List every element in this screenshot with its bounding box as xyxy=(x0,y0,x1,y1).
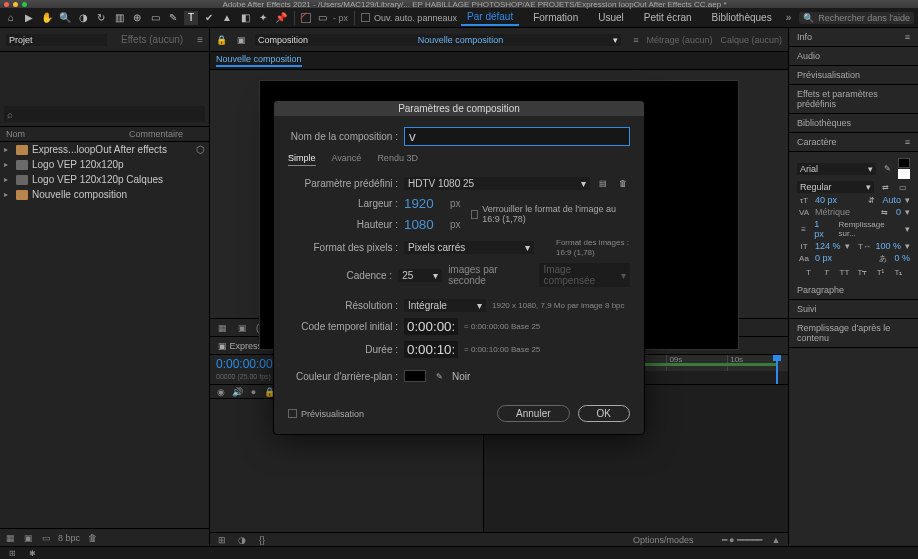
status-icon[interactable]: ✱ xyxy=(26,547,38,559)
type-tool-icon[interactable]: T xyxy=(184,11,198,25)
tab-caractere[interactable]: Caractère xyxy=(797,137,837,147)
tab-rendu3d[interactable]: Rendu 3D xyxy=(377,153,418,166)
close-window-icon[interactable] xyxy=(4,2,9,7)
tab-info[interactable]: Info xyxy=(797,32,812,42)
eraser-tool-icon[interactable]: ◧ xyxy=(238,11,252,25)
tab-paragraph[interactable]: Paragraphe xyxy=(789,281,918,300)
drop-frame-dropdown[interactable]: Image compensée▾ xyxy=(539,263,630,287)
tab-calque[interactable]: Calque (aucun) xyxy=(720,35,782,45)
kerning-value[interactable]: Métrique xyxy=(815,207,850,217)
hand-tool-icon[interactable]: ✋ xyxy=(40,11,54,25)
fill-over-stroke[interactable]: Remplissage sur... xyxy=(838,220,901,238)
baseline[interactable]: 0 px xyxy=(815,253,832,263)
help-search[interactable]: 🔍 Rechercher dans l'aide xyxy=(799,12,914,24)
allcaps-icon[interactable]: TT xyxy=(838,267,852,277)
preview-checkbox[interactable]: Prévisualisation xyxy=(288,409,364,419)
tab-avance[interactable]: Avancé xyxy=(332,153,362,166)
fps-input[interactable]: 25▾ xyxy=(398,269,442,282)
stamp-tool-icon[interactable]: ▲ xyxy=(220,11,234,25)
delete-preset-icon[interactable]: 🗑 xyxy=(616,179,630,189)
rotation-tool-icon[interactable]: ↻ xyxy=(94,11,108,25)
toggle-switches-icon[interactable]: ⊞ xyxy=(216,534,228,546)
superscript-icon[interactable]: T¹ xyxy=(874,267,888,277)
font-family-dropdown[interactable]: Arial▾ xyxy=(797,163,876,175)
zoom-out-icon[interactable]: ▲ xyxy=(770,534,782,546)
effects-icon[interactable]: ◑ xyxy=(236,534,248,546)
tracking-value[interactable]: 0 xyxy=(896,207,901,217)
workspace-biblio[interactable]: Bibliothèques xyxy=(706,10,778,25)
project-item[interactable]: ▸Nouvelle composition xyxy=(0,187,209,202)
selection-tool-icon[interactable]: ▶ xyxy=(22,11,36,25)
smallcaps-icon[interactable]: Tᴛ xyxy=(856,267,870,277)
workspace-formation[interactable]: Formation xyxy=(527,10,584,25)
bpc-toggle[interactable]: 8 bpc xyxy=(58,533,80,543)
width-input[interactable] xyxy=(404,196,444,211)
zoom-tool-icon[interactable]: 🔍 xyxy=(58,11,72,25)
comp-name-input[interactable] xyxy=(404,127,630,146)
col-name[interactable]: Nom xyxy=(6,129,129,139)
eyedropper-icon[interactable]: ✎ xyxy=(880,164,894,174)
project-search[interactable]: ⌕ xyxy=(4,106,205,122)
panel-menu-icon[interactable]: ≡ xyxy=(905,137,910,147)
tab-projet[interactable]: Projet xyxy=(6,34,107,46)
audio-icon[interactable]: 🔊 xyxy=(232,386,243,398)
minimize-window-icon[interactable] xyxy=(13,2,18,7)
workspace-default[interactable]: Par défaut xyxy=(461,9,519,26)
roto-tool-icon[interactable]: ✦ xyxy=(256,11,270,25)
puppet-tool-icon[interactable]: 📌 xyxy=(274,11,288,25)
anchor-tool-icon[interactable]: ⊕ xyxy=(130,11,144,25)
layer-icon[interactable]: ▣ xyxy=(235,34,247,46)
tab-effets[interactable]: Effets (aucun) xyxy=(121,34,183,45)
swap-icon[interactable]: ⇄ xyxy=(878,182,892,192)
pen-tool-icon[interactable]: ✎ xyxy=(166,11,180,25)
eyedropper-icon[interactable]: ✎ xyxy=(432,371,446,381)
hscale[interactable]: 100 % xyxy=(875,241,901,251)
resolution-dropdown[interactable]: Intégrale▾ xyxy=(404,299,486,312)
new-comp-icon[interactable]: ▣ xyxy=(22,532,34,544)
duration-input[interactable] xyxy=(404,341,458,358)
brush-tool-icon[interactable]: ✔ xyxy=(202,11,216,25)
status-icon[interactable]: ⊞ xyxy=(6,547,18,559)
mask-icon[interactable]: ▣ xyxy=(236,322,248,334)
lock-icon[interactable]: 🔒 xyxy=(216,35,227,45)
camera-tool-icon[interactable]: ▥ xyxy=(112,11,126,25)
grid-icon[interactable]: ▦ xyxy=(216,322,228,334)
par-dropdown[interactable]: Pixels carrés▾ xyxy=(404,241,534,254)
tab-previsu[interactable]: Prévisualisation xyxy=(789,66,918,85)
tab-content-aware[interactable]: Remplissage d'après le contenu xyxy=(789,319,918,348)
tsume[interactable]: 0 % xyxy=(894,253,910,263)
height-input[interactable] xyxy=(404,217,444,232)
brackets-icon[interactable]: {} xyxy=(256,534,268,546)
tab-metrage[interactable]: Métrage (aucun) xyxy=(646,35,712,45)
home-icon[interactable]: ⌂ xyxy=(4,11,18,25)
orbit-tool-icon[interactable]: ◑ xyxy=(76,11,90,25)
current-timecode[interactable]: 0:00:00:00 xyxy=(210,355,279,373)
font-size[interactable]: 40 px xyxy=(815,195,837,205)
tab-libraries[interactable]: Bibliothèques xyxy=(789,114,918,133)
shape-tool-icon[interactable]: ▭ xyxy=(148,11,162,25)
bold-icon[interactable]: T xyxy=(802,267,816,277)
lock-aspect-checkbox[interactable]: Verrouiller le format de l'image au 16:9… xyxy=(471,204,630,224)
panel-menu-icon[interactable]: ≡ xyxy=(905,32,910,42)
subscript-icon[interactable]: T₁ xyxy=(892,267,906,277)
panel-menu-icon[interactable]: ≡ xyxy=(197,34,203,45)
workspace-usuel[interactable]: Usuel xyxy=(592,10,630,25)
visibility-icon[interactable]: ◉ xyxy=(216,386,226,398)
new-folder-icon[interactable]: ▭ xyxy=(40,532,52,544)
fill-swatch-icon[interactable] xyxy=(301,11,311,25)
playhead[interactable] xyxy=(776,355,778,384)
tab-suivi[interactable]: Suivi xyxy=(789,300,918,319)
bg-color-swatch[interactable] xyxy=(404,370,426,382)
stroke-width-icon[interactable]: ▭ xyxy=(315,11,329,25)
tab-composition[interactable]: Composition Nouvelle composition ▾ xyxy=(255,34,621,46)
vscale[interactable]: 124 % xyxy=(815,241,841,251)
leading-value[interactable]: Auto xyxy=(882,195,901,205)
stroke-color-swatch[interactable] xyxy=(898,169,910,179)
project-item[interactable]: ▸Express...loopOut After effects⬡ xyxy=(0,142,209,157)
fill-color-swatch[interactable] xyxy=(898,158,910,168)
workspace-petit-ecran[interactable]: Petit écran xyxy=(638,10,698,25)
panel-menu-icon[interactable]: ≡ xyxy=(633,35,638,45)
font-style-dropdown[interactable]: Regular▾ xyxy=(797,181,874,193)
preset-dropdown[interactable]: HDTV 1080 25▾ xyxy=(404,177,590,190)
delete-icon[interactable]: 🗑 xyxy=(86,532,98,544)
